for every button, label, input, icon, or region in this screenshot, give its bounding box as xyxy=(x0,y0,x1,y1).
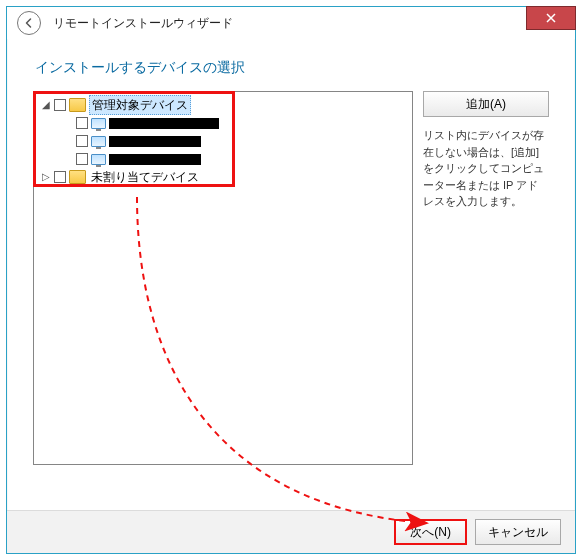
back-button[interactable] xyxy=(17,11,41,35)
content-area: インストールするデバイスの選択 ◢ 管理対象デバイス ▸ xyxy=(7,39,575,465)
side-panel: 追加(A) リスト内にデバイスが存在しない場合は、[追加] をクリックしてコンピ… xyxy=(423,91,549,465)
computer-icon xyxy=(91,154,106,165)
window-title: リモートインストールウィザード xyxy=(53,15,233,32)
titlebar: リモートインストールウィザード xyxy=(7,7,575,39)
annotation-highlight-tree xyxy=(33,91,235,187)
close-button[interactable] xyxy=(526,6,576,30)
footer-bar: 次へ(N) キャンセル xyxy=(7,510,575,553)
device-tree-pane: ◢ 管理対象デバイス ▸ ▸ xyxy=(33,91,413,465)
wizard-window: リモートインストールウィザード インストールするデバイスの選択 ◢ 管理対象デバ… xyxy=(6,6,576,554)
computer-icon xyxy=(91,136,106,147)
page-heading: インストールするデバイスの選択 xyxy=(35,59,549,77)
help-text: リスト内にデバイスが存在しない場合は、[追加] をクリックしてコンピューター名ま… xyxy=(423,127,549,210)
next-button[interactable]: 次へ(N) xyxy=(394,519,467,545)
computer-icon xyxy=(91,118,106,129)
add-button[interactable]: 追加(A) xyxy=(423,91,549,117)
cancel-button[interactable]: キャンセル xyxy=(475,519,561,545)
